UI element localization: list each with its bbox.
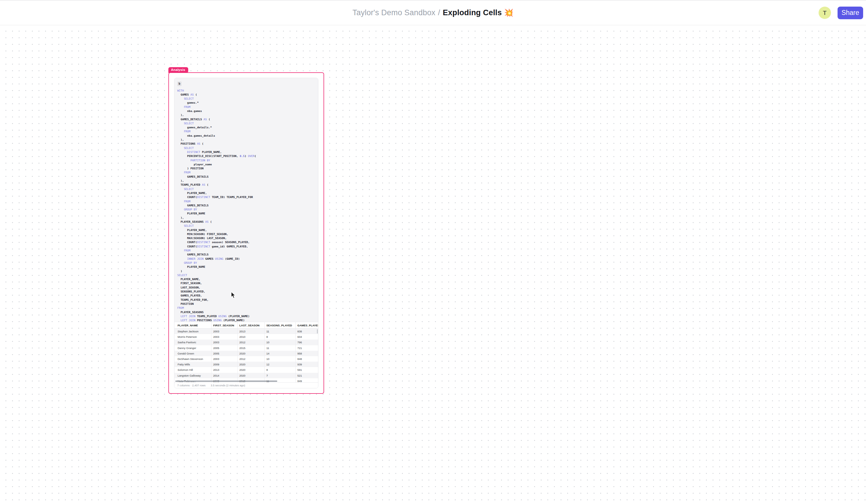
- horizontal-scrollbar[interactable]: [175, 381, 277, 382]
- code-line: PLAYER_NAME,: [177, 191, 315, 195]
- table-cell: Patty Mills: [175, 362, 211, 367]
- column-header[interactable]: SEASONS_PLAYED: [265, 322, 296, 328]
- table-body: Stephen Jackson2003201311838Morris Peter…: [175, 329, 318, 382]
- code-line: GAMES AS (: [177, 93, 315, 97]
- code-line: ),: [177, 138, 315, 142]
- sql-editor[interactable]: b WITH GAMES AS ( SELECT games.* FROM nb…: [175, 78, 318, 322]
- avatar[interactable]: T: [819, 7, 831, 19]
- table-cell: Danny Granger: [175, 345, 211, 351]
- table-cell: Stephen Jackson: [175, 329, 211, 334]
- code-line: MAX(SEASON) LAST_SEASON,: [177, 236, 315, 240]
- table-cell: 849: [296, 378, 318, 382]
- code-line: SELECT: [177, 146, 315, 150]
- code-line: COUNT(DISTINCT TEAM_ID) TEAMS_PLAYED_FOR: [177, 195, 315, 199]
- code-line: SELECT: [177, 97, 315, 101]
- code-line: nba.games_details: [177, 134, 315, 138]
- table-cell: DeShawn Stevenson: [175, 356, 211, 362]
- breadcrumb-separator: /: [438, 8, 440, 17]
- table-cell: 2003: [211, 356, 237, 362]
- code-line: POSITION: [177, 302, 315, 306]
- table-cell: 2010: [237, 334, 265, 340]
- code-line: SELECT: [177, 122, 315, 125]
- table-cell: 14: [265, 351, 296, 356]
- code-line: GAMES_DETAILS: [177, 204, 315, 207]
- table-cell: 2003: [211, 329, 237, 334]
- code-line: GAMES_PLAYED,: [177, 294, 315, 298]
- code-line: GAMES_DETAILS: [177, 175, 315, 179]
- table-cell: 2020: [237, 351, 265, 356]
- status-bar: 7 columns · 2,407 rows 3.5 seconds (2 mi…: [175, 382, 318, 388]
- table-row: Gerald Green2005202014958: [175, 351, 318, 356]
- table-cell: 2005: [211, 351, 237, 356]
- sql-code[interactable]: WITH GAMES AS ( SELECT games.* FROM nba.…: [177, 89, 315, 322]
- table-row: Morris Peterson200320108604: [175, 334, 318, 340]
- code-line: ),: [177, 179, 315, 183]
- table-cell: 2013: [237, 329, 265, 334]
- column-header[interactable]: PLAYER_NAME: [175, 322, 211, 328]
- code-line: MIN(SEASON) FIRST_SEASON,: [177, 232, 315, 236]
- code-line: PLAYER_SEASONS AS (: [177, 220, 315, 224]
- table-cell: 2020: [237, 373, 265, 378]
- code-line: PLAYER_NAME,: [177, 277, 315, 281]
- column-header[interactable]: FIRST_SEASON: [211, 322, 237, 328]
- table-cell: 939: [296, 362, 318, 367]
- table-header-row: PLAYER_NAMEFIRST_SEASONLAST_SEASONSEASON…: [175, 322, 318, 329]
- code-line: ): [177, 269, 315, 273]
- results-table: PLAYER_NAMEFIRST_SEASONLAST_SEASONSEASON…: [175, 322, 318, 382]
- code-line: LEFT JOIN POSITIONS USING (PLAYER_NAME): [177, 318, 315, 322]
- table-cell: 7: [265, 373, 296, 378]
- table-cell: 2005: [211, 345, 237, 351]
- table-cell: 604: [296, 334, 318, 340]
- code-line: INNER JOIN GAMES USING (GAME_ID): [177, 257, 315, 261]
- table-row: Stephen Jackson2003201311838: [175, 329, 318, 334]
- table-row: Sasha Pavlovic2003201210796: [175, 340, 318, 345]
- table-cell: 2003: [211, 334, 237, 340]
- table-cell: Morris Peterson: [175, 334, 211, 340]
- code-line: games.*: [177, 101, 315, 105]
- code-line: COUNT(DISTINCT game_id) GAMES_PLAYED,: [177, 244, 315, 249]
- cell-tag[interactable]: Analysis: [168, 67, 188, 73]
- code-line: PERCENTILE_DISC(START_POSITION, 0.5) OVE…: [177, 154, 315, 158]
- table-row: Patty Mills2009202012939: [175, 362, 318, 367]
- status-shape: 7 columns · 2,407 rows: [177, 384, 206, 387]
- code-line: PLAYER_NAME: [177, 211, 315, 216]
- code-line: ),: [177, 113, 315, 117]
- code-line: player_name: [177, 162, 315, 167]
- source-badge[interactable]: b: [177, 81, 181, 86]
- code-line: PARTITION BY: [177, 158, 315, 162]
- breadcrumb-project[interactable]: Taylor's Demo Sandbox: [353, 8, 436, 17]
- code-line: FROM: [177, 105, 315, 109]
- table-cell: 721: [296, 345, 318, 351]
- table-cell: 12: [265, 362, 296, 367]
- code-line: DISTINCT PLAYER_NAME,: [177, 150, 315, 154]
- table-cell: 521: [296, 373, 318, 378]
- table-cell: 958: [296, 351, 318, 356]
- table-cell: Solomon Hill: [175, 367, 211, 373]
- code-line: SELECT: [177, 187, 315, 191]
- table-cell: 2020: [237, 367, 265, 373]
- table-row: Solomon Hill201320208591: [175, 367, 318, 373]
- code-line: LAST_SEASON,: [177, 286, 315, 290]
- column-header[interactable]: LAST_SEASON: [237, 322, 265, 328]
- code-line: PLAYER_NAME: [177, 265, 315, 269]
- table-row: Danny Granger2005201511721: [175, 345, 318, 351]
- status-timing: 3.5 seconds (2 minutes ago): [211, 384, 245, 387]
- page-title[interactable]: Exploding Cells: [443, 8, 502, 17]
- analysis-cell[interactable]: Analysis b WITH GAMES AS ( SELECT games.…: [168, 72, 324, 394]
- column-header[interactable]: GAMES_PLAYED: [296, 322, 318, 328]
- canvas-background[interactable]: Analysis b WITH GAMES AS ( SELECT games.…: [0, 26, 866, 504]
- table-row: Langston Galloway201420207521: [175, 373, 318, 378]
- share-button[interactable]: Share: [837, 7, 863, 19]
- table-cell: 2014: [211, 373, 237, 378]
- code-line: POSITIONS AS (: [177, 142, 315, 146]
- table-cell: Sasha Pavlovic: [175, 340, 211, 345]
- table-cell: Gerald Green: [175, 351, 211, 356]
- cell-inner-frame: b WITH GAMES AS ( SELECT games.* FROM nb…: [174, 78, 318, 388]
- code-line: FIRST_SEASON,: [177, 281, 315, 285]
- vertical-scrollbar[interactable]: [317, 329, 318, 333]
- header-actions: T Share: [819, 1, 866, 25]
- code-line: PLAYER_SEASONS: [177, 310, 315, 314]
- code-line: FROM: [177, 129, 315, 134]
- app-header: Taylor's Demo Sandbox / Exploding Cells …: [0, 0, 866, 25]
- table-cell: 591: [296, 367, 318, 373]
